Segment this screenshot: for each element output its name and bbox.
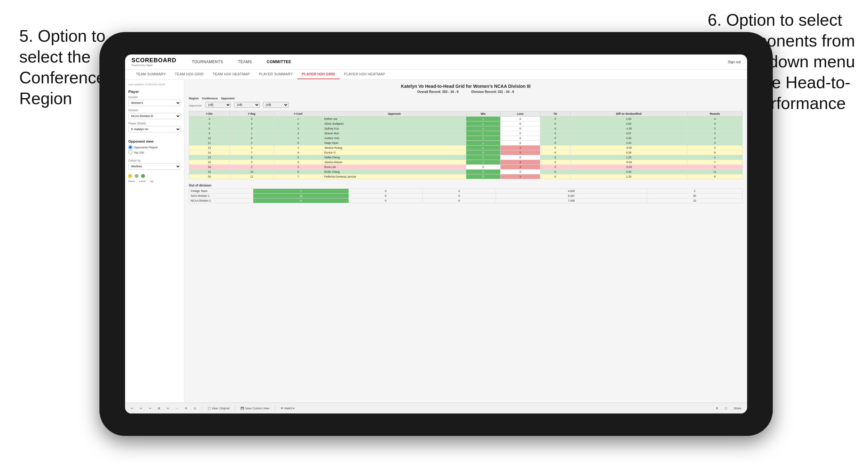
sub-nav-player-h2h-grid[interactable]: PLAYER H2H GRID bbox=[297, 69, 340, 79]
sub-nav-player-h2h-heatmap[interactable]: PLAYER H2H HEATMAP bbox=[340, 69, 390, 79]
last-updated-text: Last Updated: 27/03/2024 06:44 bbox=[128, 83, 181, 86]
cell-opponent: Andrea York bbox=[322, 136, 466, 141]
cut-button[interactable]: ✂ bbox=[165, 406, 171, 411]
table-row: 6 3 3 Sydney Kuo 1 0 0 -1.00 3 bbox=[189, 126, 743, 131]
table-row: 11 2 5 Heejo Hyun 1 0 0 3.33 3 bbox=[189, 141, 743, 146]
table-row: 5 2 2 Alexis Sudijanto 1 0 0 4.00 3 bbox=[189, 122, 743, 126]
cell-loss: 1 bbox=[500, 174, 540, 179]
grid-button[interactable]: ⊞ bbox=[156, 406, 162, 411]
bottom-toolbar: ↩ ↩ ↪ ⊞ ✂ ··· ⟲ ⊙ 📋 View: Original 💾 Sav… bbox=[125, 403, 747, 413]
sub-nav-team-h2h-grid[interactable]: TEAM H2H GRID bbox=[170, 69, 208, 79]
undo-button[interactable]: ↩ bbox=[129, 406, 135, 411]
player-rank-select[interactable]: 8. Katelyn Vo bbox=[128, 126, 181, 132]
cell-loss: 0 bbox=[500, 131, 540, 136]
opponents-sublabel: Opponents: bbox=[189, 104, 202, 107]
cell-diff: -3.00 bbox=[570, 146, 687, 150]
colour-section: Colour by Win/loss Down Level Up bbox=[128, 159, 181, 183]
cell-reg: 1 bbox=[229, 146, 274, 150]
main-content: Last Updated: 27/03/2024 06:44 Player Ge… bbox=[125, 80, 747, 413]
cell-win: 4 bbox=[466, 169, 500, 174]
out-div-loss: 0 bbox=[349, 189, 422, 194]
sub-nav-team-summary[interactable]: TEAM SUMMARY bbox=[131, 69, 170, 79]
hex-button[interactable]: ⬡ bbox=[723, 406, 729, 411]
tablet-frame: SCOREBOARD Powered by clippd TOURNAMENTS… bbox=[99, 32, 773, 436]
filter-section: Region Conference Opponent Opponents: (A… bbox=[189, 97, 743, 108]
table-header-row: # Div # Reg # Conf Opponent Win Loss Tie… bbox=[189, 111, 743, 117]
col-conf: # Conf bbox=[274, 111, 322, 117]
colour-select[interactable]: Win/loss bbox=[128, 163, 181, 169]
h2h-table: # Div # Reg # Conf Opponent Win Loss Tie… bbox=[189, 111, 743, 179]
refresh-button[interactable]: ⟲ bbox=[183, 406, 189, 411]
nav-committee[interactable]: COMMITTEE bbox=[264, 58, 294, 65]
ellipsis-button[interactable]: ··· bbox=[174, 406, 180, 411]
redo-small-button[interactable]: ↩ bbox=[138, 406, 144, 411]
view-original-button[interactable]: 📋 View: Original bbox=[206, 406, 231, 411]
region-select[interactable]: (All) bbox=[205, 102, 231, 108]
watch-button[interactable]: 👁 Watch ▾ bbox=[279, 406, 297, 411]
cell-opponent: Sydney Kuo bbox=[322, 126, 466, 131]
cell-reg: 3 bbox=[229, 117, 274, 122]
cell-conf: 6 bbox=[274, 160, 322, 165]
cell-div: 15 bbox=[189, 155, 230, 160]
cell-tie: 0 bbox=[540, 117, 570, 122]
conference-select[interactable]: (All) bbox=[234, 102, 260, 108]
grid-title: Katelyn Vo Head-to-Head Grid for Women's… bbox=[189, 84, 743, 89]
dot-level bbox=[135, 174, 138, 178]
cell-conf: 3 bbox=[274, 126, 322, 131]
clock-button[interactable]: ⊙ bbox=[192, 406, 198, 411]
colour-labels: Down Level Up bbox=[128, 180, 181, 183]
cell-diff: 1.25 bbox=[570, 155, 687, 160]
cell-tie: 0 bbox=[540, 169, 570, 174]
cell-opponent: Stella Cheng bbox=[322, 155, 466, 160]
nav-tournaments[interactable]: TOURNAMENTS bbox=[189, 58, 226, 65]
cell-win: 1 bbox=[466, 155, 500, 160]
opponent-filter-group: Opponent bbox=[221, 97, 235, 100]
upload-button[interactable]: ⬆ bbox=[714, 406, 720, 411]
col-rounds: Rounds bbox=[687, 111, 742, 117]
division-select[interactable]: NCAA Division III bbox=[128, 113, 181, 119]
redo-button[interactable]: ↪ bbox=[147, 406, 153, 411]
cell-win: 1 bbox=[466, 131, 500, 136]
cell-win: 1 bbox=[466, 117, 500, 122]
region-filter-label: Region bbox=[189, 97, 199, 100]
table-row: 10 6 3 Andrea York 2 0 0 4.00 4 bbox=[189, 136, 743, 141]
cell-win: 2 bbox=[466, 174, 500, 179]
top100-option[interactable]: Top 100 bbox=[128, 150, 181, 155]
logo-area: SCOREBOARD Powered by clippd bbox=[131, 57, 176, 67]
opponents-played-label: Opponents Played bbox=[134, 146, 157, 149]
colour-down-label: Down bbox=[128, 180, 135, 183]
records-row: Overall Record: 353 - 34 - 6 Division Re… bbox=[189, 90, 743, 94]
cell-conf: 5 bbox=[274, 155, 322, 160]
colour-by-label: Colour by bbox=[128, 159, 181, 162]
nav-teams[interactable]: TEAMS bbox=[235, 58, 255, 65]
sub-nav-player-summary[interactable]: PLAYER SUMMARY bbox=[254, 69, 297, 79]
division-record-value: 331 - 34 - 6 bbox=[498, 90, 514, 94]
sign-out-button[interactable]: Sign out bbox=[728, 60, 741, 64]
cell-tie: 0 bbox=[540, 160, 570, 165]
cell-diff: 3.33 bbox=[570, 141, 687, 146]
col-opponent: Opponent bbox=[322, 111, 466, 117]
opponent-select[interactable]: (All) bbox=[263, 102, 288, 108]
col-div: # Div bbox=[189, 111, 230, 117]
out-of-division-title: Out of division bbox=[189, 184, 743, 187]
table-row: 14 7 4 Eunice Yi 2 2 0 0.38 9 bbox=[189, 150, 743, 155]
out-div-diff: 7.400 bbox=[496, 198, 647, 203]
out-div-win: 5 bbox=[253, 198, 349, 203]
cell-diff: -5.00 bbox=[570, 165, 687, 169]
cell-rounds: 3 bbox=[687, 126, 742, 131]
right-panel: Katelyn Vo Head-to-Head Grid for Women's… bbox=[184, 80, 747, 413]
cell-loss: 2 bbox=[500, 160, 540, 165]
sub-nav-team-h2h-heatmap[interactable]: TEAM H2H HEATMAP bbox=[208, 69, 254, 79]
sub-nav: TEAM SUMMARY TEAM H2H GRID TEAM H2H HEAT… bbox=[125, 69, 747, 80]
cell-conf: 1 bbox=[274, 117, 322, 122]
cell-loss: 2 bbox=[500, 150, 540, 155]
save-custom-view-button[interactable]: 💾 Save Custom View bbox=[239, 406, 271, 411]
gender-select[interactable]: Women's bbox=[128, 100, 181, 106]
filter-row: Region Conference Opponent bbox=[189, 97, 743, 100]
opponents-played-option[interactable]: Opponents Played bbox=[128, 145, 181, 149]
cell-win: 1 bbox=[466, 122, 500, 126]
cell-div: 9 bbox=[189, 131, 230, 136]
share-button[interactable]: Share bbox=[732, 406, 743, 411]
division-record: Division Record: 331 - 34 - 6 bbox=[471, 90, 514, 94]
cell-reg: 2 bbox=[229, 122, 274, 126]
